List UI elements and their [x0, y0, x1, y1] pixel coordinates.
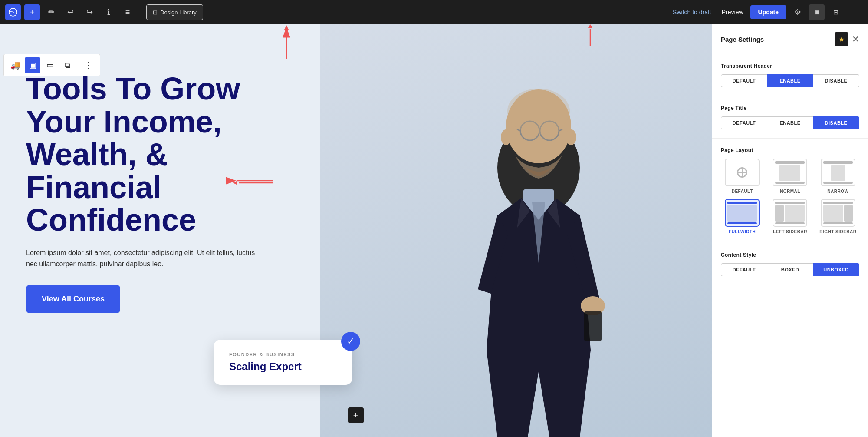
- info-button[interactable]: ℹ: [101, 4, 116, 20]
- lp-body-left: [775, 205, 805, 222]
- layout-default-preview: [725, 159, 760, 186]
- lp-main-full: [727, 205, 757, 222]
- favorite-button[interactable]: ★: [835, 32, 848, 46]
- lp-sidebar-right: [844, 205, 853, 222]
- page-title-disable[interactable]: DISABLE: [813, 116, 859, 129]
- layout-left-sidebar-preview: [773, 199, 807, 227]
- update-button[interactable]: Update: [750, 5, 786, 19]
- page-title-label: Page Title: [721, 105, 859, 111]
- layout-left-sidebar-option[interactable]: LEFT SIDEBAR: [769, 199, 811, 234]
- more-options-button[interactable]: ⋮: [847, 4, 863, 20]
- svg-point-14: [507, 89, 570, 134]
- lp-main-right: [823, 205, 843, 222]
- founder-card: ✓ FOUNDER & BUSINESS Scaling Expert: [214, 340, 352, 385]
- transparent-header-label: Transparent Header: [721, 63, 859, 69]
- layout-right-sidebar-option[interactable]: RIGHT SIDEBAR: [817, 199, 859, 234]
- block-mover-button[interactable]: 🚚: [7, 57, 23, 73]
- transparent-header-section: Transparent Header DEFAULT ENABLE DISABL…: [712, 54, 868, 96]
- checkmark-badge: ✓: [341, 332, 360, 351]
- design-library-icon: ⊡: [153, 9, 158, 16]
- block-layout-button[interactable]: ▭: [42, 57, 58, 73]
- layout-default-name: DEFAULT: [732, 189, 753, 194]
- lp-footer: [775, 182, 805, 184]
- design-library-label: Design Library: [160, 9, 197, 16]
- design-library-button[interactable]: ⊡ Design Library: [146, 4, 203, 20]
- sidebar-header: Page Settings ★ ✕: [712, 24, 868, 54]
- block-columns-button[interactable]: ▣: [25, 57, 40, 73]
- panel-toggle-button[interactable]: ▣: [809, 4, 825, 20]
- separator: [141, 7, 141, 17]
- lp-body-right: [823, 205, 853, 222]
- transparent-header-disable[interactable]: DISABLE: [813, 74, 859, 87]
- layout-right-sidebar-preview: [821, 199, 855, 227]
- undo-button[interactable]: ↩: [62, 4, 78, 20]
- preview-button[interactable]: Preview: [718, 7, 747, 17]
- content-style-label: Content Style: [721, 252, 859, 258]
- panel-icon: ▣: [814, 9, 820, 16]
- editor-options-button[interactable]: ⊟: [828, 4, 844, 20]
- list-view-button[interactable]: ≡: [120, 4, 135, 20]
- layout-narrow-preview: [821, 159, 855, 186]
- layout-grid: DEFAULT NORMAL: [721, 159, 859, 234]
- hero-image-area: [320, 24, 712, 437]
- layout-narrow-option[interactable]: NARROW: [817, 159, 859, 194]
- hero-heading: Tools To Grow Your Income, Wealth, & Fin…: [26, 73, 269, 237]
- lp-footer-narrow: [823, 182, 853, 184]
- lp-main-narrow: [831, 165, 845, 181]
- lp-header-left: [775, 202, 805, 204]
- wordpress-logo[interactable]: [5, 4, 21, 20]
- lp-main-left: [785, 205, 805, 222]
- hero-background: [320, 24, 712, 437]
- globe-icon: [737, 167, 747, 178]
- block-more-button[interactable]: ⋮: [81, 57, 96, 73]
- page-content: ARTHUR WELLS Tools To Grow Your Income, …: [0, 24, 712, 437]
- person-illustration: [426, 46, 651, 437]
- hero-description: Lorem ipsum dolor sit amet, consectetur …: [26, 247, 260, 269]
- page-layout-section: Page Layout DEFAULT: [712, 139, 868, 243]
- layout-right-sidebar-name: RIGHT SIDEBAR: [819, 229, 856, 234]
- switch-to-draft-button[interactable]: Switch to draft: [669, 7, 715, 17]
- lp-sidebar-left: [775, 205, 784, 222]
- layout-normal-name: NORMAL: [780, 189, 800, 194]
- settings-button[interactable]: ⚙: [790, 4, 806, 20]
- main-area: 🚚 ▣ ▭ ⧉ ⋮: [0, 24, 868, 437]
- content-style-boxed[interactable]: BOXED: [767, 263, 813, 276]
- transparent-header-enable[interactable]: ENABLE: [767, 74, 813, 87]
- close-sidebar-button[interactable]: ✕: [852, 34, 859, 44]
- canvas: 🚚 ▣ ▭ ⧉ ⋮: [0, 24, 712, 437]
- toolbar-divider: [78, 60, 78, 70]
- lp-body: [775, 165, 805, 181]
- block-duplicate-button[interactable]: ⧉: [59, 57, 75, 73]
- content-style-default[interactable]: DEFAULT: [721, 263, 767, 276]
- lp-body-full: [727, 205, 757, 222]
- sidebar-header-actions: ★ ✕: [835, 32, 859, 46]
- content-style-unboxed[interactable]: UNBOXED: [813, 263, 859, 276]
- view-all-courses-button[interactable]: View All Courses: [26, 285, 120, 313]
- lp-footer-right: [823, 222, 853, 224]
- top-toolbar: + ✏ ↩ ↪ ℹ ≡ ⊡ Design Library Switch to d…: [0, 0, 868, 24]
- layout-normal-option[interactable]: NORMAL: [769, 159, 811, 194]
- page-title-enable[interactable]: ENABLE: [767, 116, 813, 129]
- block-toolbar: 🚚 ▣ ▭ ⧉ ⋮: [3, 54, 100, 76]
- layout-fullwidth-option[interactable]: FULLWIDTH: [721, 199, 763, 234]
- redo-button[interactable]: ↪: [82, 4, 97, 20]
- layout-left-sidebar-name: LEFT SIDEBAR: [773, 229, 807, 234]
- layout-default-option[interactable]: DEFAULT: [721, 159, 763, 194]
- page-title-section: Page Title DEFAULT ENABLE DISABLE: [712, 96, 868, 139]
- hero-text-area: ARTHUR WELLS Tools To Grow Your Income, …: [26, 59, 269, 313]
- edit-tool-button[interactable]: ✏: [43, 4, 59, 20]
- layout-normal-preview: [773, 159, 807, 186]
- content-style-options: DEFAULT BOXED UNBOXED: [721, 263, 859, 276]
- right-sidebar: Page Settings ★ ✕ Transparent Header DEF…: [712, 24, 868, 437]
- lp-header: [775, 161, 805, 164]
- layout-narrow-name: NARROW: [827, 189, 848, 194]
- svg-point-12: [501, 129, 511, 145]
- transparent-header-default[interactable]: DEFAULT: [721, 74, 767, 87]
- add-block-button[interactable]: +: [24, 4, 40, 20]
- page-title-default[interactable]: DEFAULT: [721, 116, 767, 129]
- add-block-bottom-button[interactable]: +: [348, 407, 364, 423]
- content-style-section: Content Style DEFAULT BOXED UNBOXED: [712, 243, 868, 285]
- layout-fullwidth-name: FULLWIDTH: [729, 229, 756, 234]
- founder-title: Scaling Expert: [229, 361, 337, 373]
- layout-fullwidth-preview: [725, 199, 760, 227]
